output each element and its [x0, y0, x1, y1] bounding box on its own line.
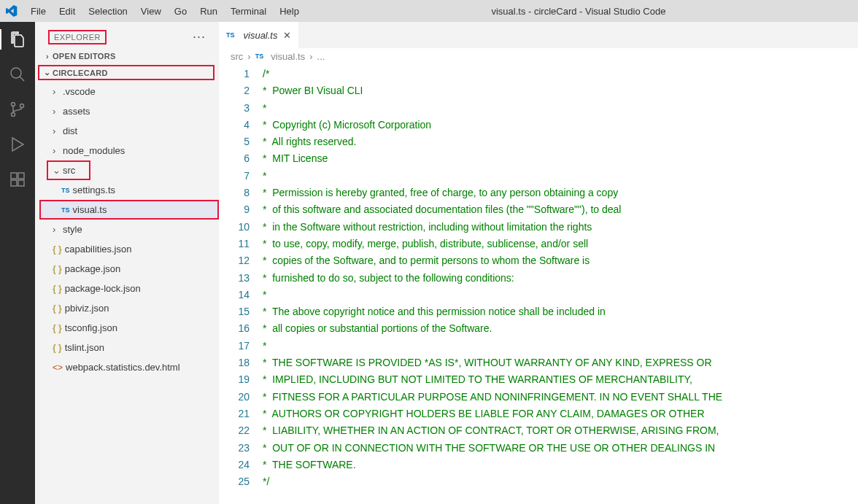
breadcrumb-dots[interactable]: ...	[317, 51, 325, 62]
folder-label: .vscode	[63, 86, 96, 97]
typescript-icon: TS	[226, 31, 235, 39]
json-icon: { }	[53, 244, 62, 255]
line-numbers: 1234567891011121314151617181920212223242…	[219, 64, 263, 504]
folder-label: style	[63, 224, 82, 235]
folder-src[interactable]: ⌄src	[47, 160, 90, 180]
json-icon: { }	[53, 303, 62, 314]
json-icon: { }	[53, 284, 62, 294]
folder-style[interactable]: ›style	[39, 220, 219, 239]
folder-label: assets	[63, 106, 90, 117]
svg-point-0	[11, 68, 21, 78]
editor-group: TS visual.ts ✕ src › TS visual.ts › ... …	[219, 22, 858, 504]
folder-label: src	[63, 165, 75, 176]
file-pbiviz-json[interactable]: { }pbiviz.json	[39, 298, 219, 318]
file-settings-ts[interactable]: TSsettings.ts	[39, 180, 219, 200]
chevron-right-icon: ›	[42, 52, 53, 61]
run-debug-icon[interactable]	[0, 134, 35, 155]
folder-assets[interactable]: ›assets	[39, 101, 219, 121]
folder-vscode[interactable]: ›.vscode	[39, 82, 219, 101]
typescript-icon: TS	[255, 53, 264, 60]
explorer-title: EXPLORER	[48, 30, 107, 44]
file-package-json[interactable]: { }package.json	[39, 259, 219, 279]
menu-selection[interactable]: Selection	[82, 3, 133, 20]
file-label: settings.ts	[73, 185, 116, 195]
explorer-more-icon[interactable]: ···	[193, 29, 206, 44]
chevron-right-icon: ›	[309, 51, 312, 62]
file-webpack-html[interactable]: <>webpack.statistics.dev.html	[39, 357, 219, 377]
svg-point-4	[20, 104, 24, 108]
file-label: capabilities.json	[65, 244, 132, 255]
search-icon[interactable]	[0, 64, 35, 85]
file-tsconfig-json[interactable]: { }tsconfig.json	[39, 318, 219, 338]
close-icon[interactable]: ✕	[283, 30, 291, 41]
file-label: tsconfig.json	[65, 322, 117, 333]
svg-rect-6	[11, 180, 17, 186]
tab-label: visual.ts	[244, 30, 278, 41]
html-icon: <>	[53, 363, 63, 373]
menu-view[interactable]: View	[135, 3, 167, 20]
chevron-right-icon: ›	[53, 125, 63, 136]
typescript-icon: TS	[61, 206, 70, 214]
json-icon: { }	[53, 323, 62, 333]
breadcrumb-file[interactable]: visual.ts	[271, 51, 305, 62]
explorer-sidebar: EXPLORER ··· › OPEN EDITORS ⌄ CIRCLECARD…	[35, 22, 219, 504]
file-label: webpack.statistics.dev.html	[66, 362, 180, 373]
menu-go[interactable]: Go	[169, 3, 193, 20]
project-section[interactable]: ⌄ CIRCLECARD	[38, 65, 214, 80]
json-icon: { }	[53, 264, 62, 274]
activity-bar	[0, 22, 35, 504]
chevron-right-icon: ›	[53, 86, 63, 97]
folder-dist[interactable]: ›dist	[39, 121, 219, 141]
file-label: pbiviz.json	[65, 303, 109, 314]
file-label: package-lock.json	[65, 283, 141, 294]
open-editors-section[interactable]: › OPEN EDITORS	[35, 49, 219, 63]
explorer-icon[interactable]	[0, 29, 35, 50]
chevron-right-icon: ›	[53, 224, 63, 235]
code-editor[interactable]: 1234567891011121314151617181920212223242…	[219, 64, 858, 504]
folder-label: node_modules	[63, 145, 125, 156]
menu-help[interactable]: Help	[274, 3, 305, 20]
file-label: tslint.json	[65, 342, 104, 353]
file-tslint-json[interactable]: { }tslint.json	[39, 338, 219, 357]
folder-label: dist	[63, 125, 77, 136]
folder-node-modules[interactable]: ›node_modules	[39, 141, 219, 160]
menu-run[interactable]: Run	[194, 3, 223, 20]
tab-visual-ts[interactable]: TS visual.ts ✕	[219, 22, 299, 48]
chevron-right-icon: ›	[247, 51, 250, 62]
chevron-right-icon: ›	[53, 145, 63, 156]
svg-point-2	[12, 103, 15, 106]
menu-file[interactable]: File	[25, 3, 52, 20]
file-capabilities-json[interactable]: { }capabilities.json	[39, 239, 219, 259]
menu-terminal[interactable]: Terminal	[225, 3, 272, 20]
tab-bar: TS visual.ts ✕	[219, 22, 858, 48]
open-editors-label: OPEN EDITORS	[53, 52, 116, 61]
json-icon: { }	[53, 343, 62, 353]
code-content[interactable]: /** Power BI Visual CLI** Copyright (c) …	[263, 64, 858, 504]
svg-line-1	[20, 77, 24, 81]
menu-edit[interactable]: Edit	[53, 3, 81, 20]
chevron-right-icon: ›	[53, 106, 63, 117]
breadcrumbs[interactable]: src › TS visual.ts › ...	[219, 48, 858, 64]
svg-rect-5	[11, 173, 17, 179]
file-tree: ›.vscode ›assets ›dist ›node_modules ⌄sr…	[35, 82, 219, 377]
vscode-logo-icon	[6, 5, 18, 17]
extensions-icon[interactable]	[0, 169, 35, 190]
project-label: CIRCLECARD	[53, 69, 108, 77]
menu-bar: File Edit Selection View Go Run Terminal…	[25, 3, 305, 20]
svg-point-3	[12, 113, 15, 117]
svg-rect-7	[18, 180, 24, 186]
file-package-lock-json[interactable]: { }package-lock.json	[39, 279, 219, 298]
window-title: visual.ts - circleCard - Visual Studio C…	[305, 6, 852, 17]
file-label: visual.ts	[73, 204, 107, 215]
title-bar: File Edit Selection View Go Run Terminal…	[0, 0, 858, 22]
chevron-down-icon: ⌄	[53, 165, 63, 176]
breadcrumb-src[interactable]: src	[231, 51, 243, 62]
typescript-icon: TS	[61, 187, 70, 194]
svg-rect-8	[18, 173, 24, 179]
source-control-icon[interactable]	[0, 99, 35, 120]
file-label: package.json	[65, 263, 121, 274]
file-visual-ts[interactable]: TSvisual.ts	[39, 200, 219, 220]
chevron-down-icon: ⌄	[42, 68, 53, 77]
